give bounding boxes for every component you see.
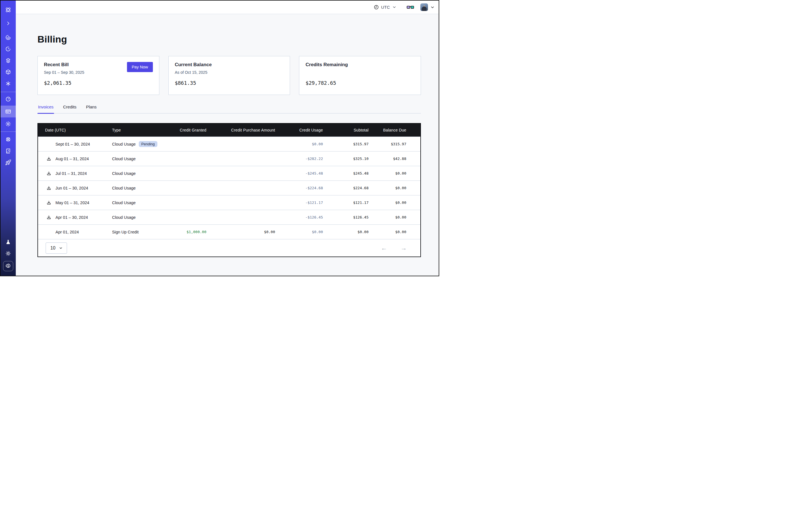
credit-usage-value: -$282.22 — [275, 157, 323, 161]
col-credit-usage: Credit Usage — [275, 128, 323, 132]
col-date: Date (UTC) — [38, 128, 112, 132]
pay-now-button[interactable]: Pay Now — [127, 62, 153, 72]
col-balance-due: Balance Due — [369, 128, 420, 132]
card-subtitle — [305, 70, 415, 76]
previous-page-button[interactable]: ← — [380, 244, 388, 252]
invoice-date-cell: Apr 01 – 30, 2024 — [38, 215, 112, 220]
timezone-label: UTC — [381, 5, 390, 9]
layers-icon[interactable] — [1, 56, 16, 65]
credits-dollar-button[interactable] — [3, 261, 13, 271]
col-type: Type — [112, 128, 163, 132]
sidebar-divider — [1, 92, 16, 92]
subtotal-value: $325.10 — [323, 157, 369, 161]
recent-bill-card: Recent Bill Sep 01 – Sep 30, 2025 $2,061… — [37, 56, 159, 95]
page-size-select[interactable]: 10 — [46, 243, 67, 254]
subtotal-value: $126.45 — [323, 215, 369, 219]
clock-icon — [374, 4, 379, 10]
invoice-date: Jun 01 – 30, 2024 — [55, 186, 88, 190]
rocket-icon[interactable] — [1, 158, 16, 167]
invoice-type: Cloud Usage — [112, 215, 136, 220]
download-invoice-button[interactable] — [46, 215, 51, 220]
credit-granted-value: $1,000.00 — [163, 230, 206, 234]
table-row: Apr 01, 2024 Sign Up Credit $1,000.00 $0… — [38, 224, 420, 239]
credit-usage-value: $0.00 — [275, 230, 323, 234]
tab-credits[interactable]: Credits — [62, 104, 77, 113]
orbit-icon[interactable] — [1, 33, 16, 42]
download-invoice-button[interactable] — [46, 185, 51, 190]
expand-chevron-icon[interactable] — [1, 19, 16, 28]
invoice-type: Cloud Usage — [112, 171, 136, 176]
helm-wheel-icon[interactable] — [1, 135, 16, 143]
download-invoice-button[interactable] — [46, 200, 51, 205]
download-icon — [46, 156, 51, 161]
chevron-down-icon — [59, 246, 63, 250]
subtotal-value: $0.00 — [323, 230, 369, 234]
invoice-date: Aug 01 – 31, 2024 — [55, 157, 89, 161]
invoice-type: Cloud Usage — [112, 186, 136, 190]
download-icon — [46, 185, 51, 190]
status-badge: Pending — [139, 141, 157, 147]
balance-due-value: $42.88 — [369, 157, 420, 161]
invoice-date-cell: Apr 01, 2024 — [38, 230, 112, 234]
sidebar — [1, 1, 16, 276]
gauge-icon[interactable] — [1, 95, 16, 103]
invoice-date: Jul 01 – 31, 2024 — [55, 171, 87, 176]
card-amount: $2,061.35 — [44, 80, 153, 86]
subtotal-value: $121.17 — [323, 201, 369, 205]
cube-icon[interactable] — [1, 68, 16, 76]
card-title: Credits Remaining — [305, 62, 415, 68]
invoice-type: Sign Up Credit — [112, 230, 138, 234]
guide-book-icon[interactable] — [1, 147, 16, 155]
chevron-down-icon — [392, 5, 396, 9]
credit-usage-value: -$245.48 — [275, 171, 323, 175]
timezone-picker[interactable]: UTC — [374, 4, 396, 10]
card-subtitle: As of Oct 15, 2025 — [175, 70, 284, 76]
page-title: Billing — [37, 34, 421, 45]
credit-purchase-value: $0.00 — [206, 230, 275, 234]
user-avatar[interactable] — [420, 3, 428, 11]
credits-remaining-card: Credits Remaining $29,782.65 — [299, 56, 421, 95]
col-credit-granted: Credit Granted — [163, 128, 206, 132]
download-invoice-button[interactable] — [46, 156, 51, 161]
invoice-date: Apr 01, 2024 — [55, 230, 79, 234]
sidebar-item-billing-active[interactable] — [1, 105, 16, 118]
asterisk-icon[interactable] — [1, 79, 16, 88]
logo-icon[interactable] — [1, 6, 16, 14]
subtotal-value: $224.68 — [323, 186, 369, 190]
topbar: UTC — [16, 1, 439, 14]
card-amount: $29,782.65 — [305, 80, 415, 86]
invoice-type-cell: Cloud Usage — [112, 201, 163, 205]
invoice-type-cell: Sign Up Credit — [112, 230, 163, 234]
invoice-type-cell: Cloud Usage — [112, 186, 163, 190]
settings-gear-icon[interactable] — [1, 120, 16, 128]
table-row: May 01 – 31, 2024 Cloud Usage -$121.17 $… — [38, 195, 420, 210]
download-invoice-button[interactable] — [46, 171, 51, 176]
flask-icon[interactable] — [1, 238, 16, 246]
invoice-type: Cloud Usage — [112, 201, 136, 205]
next-page-button[interactable]: → — [399, 244, 408, 252]
credit-card-icon — [5, 109, 11, 115]
invoice-date: May 01 – 31, 2024 — [55, 201, 89, 205]
balance-due-value: $0.00 — [369, 230, 420, 234]
theme-sun-icon[interactable] — [1, 249, 16, 258]
credit-usage-value: -$121.17 — [275, 201, 323, 205]
table-row: Jul 01 – 31, 2024 Cloud Usage -$245.48 $… — [38, 166, 420, 180]
table-footer: 10 ← → — [38, 239, 420, 257]
credit-usage-value: -$126.45 — [275, 215, 323, 219]
invoice-type-cell: Cloud Usage — [112, 215, 163, 220]
chevron-down-icon — [430, 5, 435, 9]
sidebar-divider — [1, 131, 16, 132]
tab-invoices[interactable]: Invoices — [37, 104, 54, 113]
timer-icon[interactable] — [1, 45, 16, 53]
subtotal-value: $315.97 — [323, 142, 369, 146]
account-menu-chevron[interactable] — [430, 5, 435, 9]
reader-glasses-button[interactable] — [407, 5, 414, 10]
tab-plans[interactable]: Plans — [86, 104, 97, 113]
invoice-date: Apr 01 – 30, 2024 — [55, 215, 88, 220]
invoice-date-cell: Sept 01 – 30, 2024 — [38, 142, 112, 146]
download-icon — [46, 171, 51, 176]
invoice-date-cell: Aug 01 – 31, 2024 — [38, 157, 112, 161]
credit-usage-value: -$224.68 — [275, 186, 323, 190]
invoice-date-cell: Jul 01 – 31, 2024 — [38, 171, 112, 176]
download-icon — [46, 215, 51, 220]
